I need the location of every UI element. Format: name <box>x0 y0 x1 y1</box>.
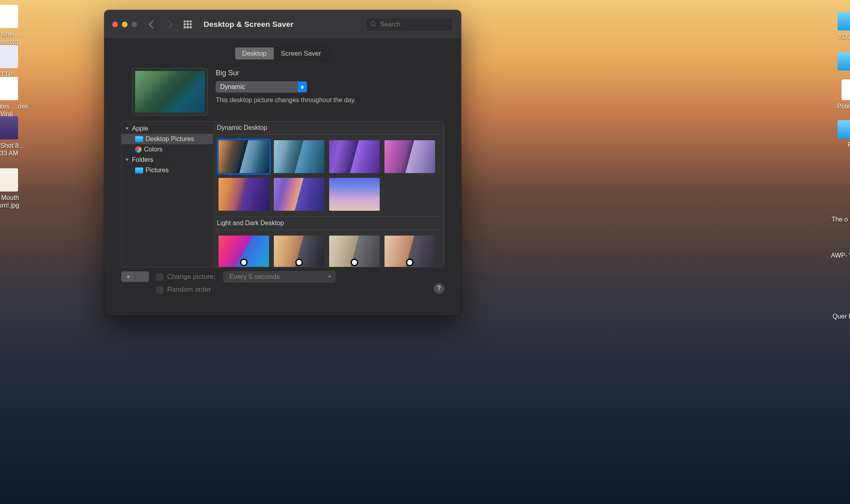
desktop-file-label[interactable]: Quer Find lit <box>828 312 850 320</box>
dropdown-arrows-icon <box>298 82 307 92</box>
wallpaper-thumb[interactable] <box>385 236 435 267</box>
wallpaper-thumb[interactable] <box>219 140 269 173</box>
light-dark-icon <box>351 259 358 266</box>
forward-button <box>165 20 173 28</box>
traffic-lights <box>112 22 137 27</box>
wallpaper-name: Big Sur <box>216 69 433 77</box>
search-input[interactable]: Search <box>366 18 453 31</box>
change-picture-label: Change picture: <box>167 273 215 281</box>
light-dark-icon <box>240 259 247 266</box>
sidebar-item-colors[interactable]: Colors <box>121 144 213 155</box>
tab-desktop[interactable]: Desktop <box>235 47 274 60</box>
folder-icon <box>135 136 143 142</box>
dropdown-value: Dynamic <box>216 83 249 91</box>
desktop-file-label[interactable]: ld Writes …oes Viral <box>0 103 28 118</box>
random-order-label: Random order <box>167 286 211 294</box>
section-header-lightdark: Light and Dark Desktop <box>213 216 444 230</box>
add-remove-buttons: + − <box>121 271 149 282</box>
sidebar-group-apple[interactable]: Apple <box>121 123 213 134</box>
add-folder-button[interactable]: + <box>121 272 135 282</box>
wallpaper-thumb[interactable] <box>329 140 380 173</box>
tab-screensaver[interactable]: Screen Saver <box>274 47 328 60</box>
chevron-down-icon <box>125 159 129 161</box>
titlebar: Desktop & Screen Saver Search <box>104 10 461 39</box>
wallpaper-description: This desktop picture changes throughout … <box>216 97 433 104</box>
remove-folder-button: − <box>135 272 149 282</box>
desktop-file-label[interactable]: een Shot 8…6.33 AM <box>0 142 28 157</box>
wallpaper-thumb[interactable] <box>219 236 269 267</box>
desktop-file-label[interactable]: The o the lov <box>828 216 850 223</box>
desktop-file-label[interactable]: R <box>828 141 850 149</box>
wallpaper-thumb[interactable] <box>329 236 380 267</box>
sidebar-item-desktop-pictures[interactable]: Desktop Pictures <box>121 134 213 144</box>
wallpaper-thumb[interactable] <box>274 178 324 211</box>
source-sidebar: Apple Desktop Pictures Colors Folders Pi… <box>121 121 213 267</box>
wallpaper-thumb[interactable] <box>274 236 324 267</box>
desktop-file-label[interactable]: AWP- Writing <box>828 252 850 259</box>
search-icon <box>370 21 377 28</box>
desktop-file-label[interactable]: et Mouth nism!.jpg <box>0 194 28 209</box>
wallpaper-mode-dropdown[interactable]: Dynamic <box>216 81 307 93</box>
back-button[interactable] <box>149 20 157 28</box>
color-wheel-icon <box>135 146 142 153</box>
preferences-window: Desktop & Screen Saver Search Desktop Sc… <box>104 10 461 316</box>
svg-line-1 <box>374 25 376 27</box>
wallpaper-thumb[interactable] <box>329 178 380 211</box>
desktop-file-label[interactable]: t of films …tterboxd <box>0 30 28 46</box>
interval-dropdown: Every 5 seconds <box>223 271 336 282</box>
zoom-button <box>132 22 137 27</box>
wallpaper-thumb[interactable] <box>219 178 269 211</box>
wallpaper-thumb[interactable] <box>385 140 435 173</box>
chevron-down-icon <box>125 127 129 130</box>
sidebar-group-folders[interactable]: Folders <box>121 155 213 165</box>
svg-point-0 <box>371 22 375 26</box>
minimize-button[interactable] <box>122 22 128 27</box>
desktop-file-label[interactable]: Poten Th <box>828 103 850 110</box>
change-picture-checkbox[interactable] <box>156 274 163 280</box>
close-button[interactable] <box>112 22 118 27</box>
folder-icon <box>135 167 143 173</box>
desktop-file-label[interactable]: TO REA <box>828 33 850 40</box>
search-placeholder: Search <box>380 21 401 28</box>
sidebar-item-pictures[interactable]: Pictures <box>121 165 213 175</box>
random-order-checkbox <box>156 286 163 293</box>
wallpaper-gallery: Dynamic Desktop Light and Dark Desktop <box>213 121 444 267</box>
wallpaper-thumb[interactable] <box>274 140 324 173</box>
show-all-icon[interactable] <box>184 20 192 28</box>
section-header-dynamic: Dynamic Desktop <box>213 121 444 135</box>
help-button[interactable]: ? <box>434 283 444 294</box>
tab-bar: Desktop Screen Saver <box>235 47 331 60</box>
light-dark-icon <box>295 259 303 266</box>
window-title: Desktop & Screen Saver <box>204 20 293 29</box>
light-dark-icon <box>406 259 413 266</box>
wallpaper-preview <box>132 68 208 115</box>
